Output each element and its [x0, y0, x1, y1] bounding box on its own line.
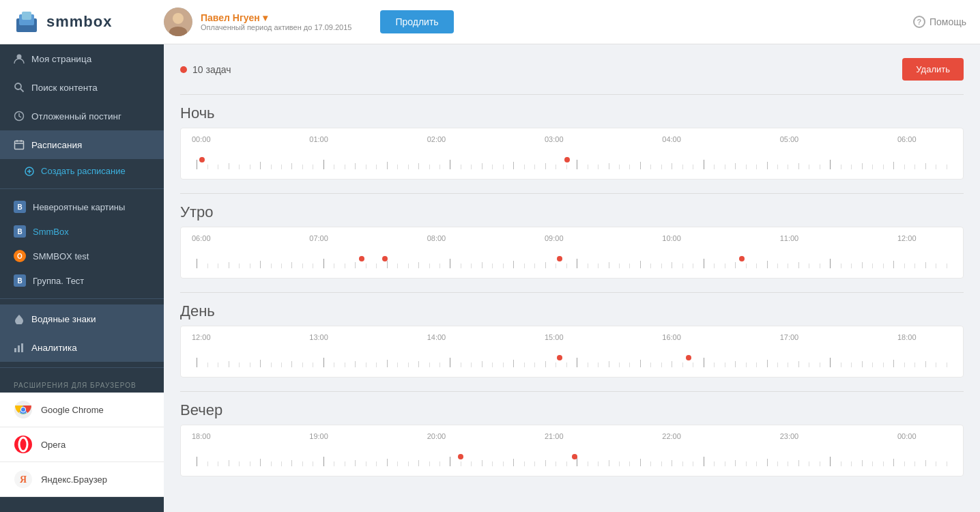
svg-point-7 [15, 83, 21, 89]
svg-line-8 [20, 89, 24, 92]
time-label: 02:00 [427, 135, 482, 143]
time-labels-day: 12:00 13:00 14:00 15:00 16:00 17:00 18:0… [192, 333, 952, 341]
sidebar-label-analytics: Аналитика [31, 343, 77, 353]
svg-text:Я: Я [20, 474, 27, 485]
section-night: Ночь 00:00 01:00 02:00 03:00 04:00 05:00… [180, 94, 964, 180]
time-label: 22:00 [662, 432, 717, 440]
time-label: 06:00 [192, 234, 246, 242]
time-label: 09:00 [545, 234, 599, 242]
event-dot [557, 256, 562, 261]
time-label: 14:00 [427, 333, 482, 341]
group-label-neverojatnye: Невероятные картины [33, 202, 125, 212]
sidebar-label-schedules: Расписания [31, 140, 82, 150]
sidebar-label-search-content: Поиск контента [31, 83, 98, 93]
browser-section-label: РАСШИРЕНИЯ ДЛЯ БРАУЗЕРОВ [0, 373, 164, 393]
badge-dot [180, 66, 187, 73]
sidebar-item-group-smmbox[interactable]: В SmmBox [0, 219, 164, 244]
sidebar-item-group-gruppa-test[interactable]: В Группа. Тест [0, 268, 164, 293]
yandex-icon: Я [14, 470, 33, 489]
sidebar-item-delayed-posting[interactable]: Отложенный постинг [0, 102, 164, 130]
header: smmbox Павел Нгуен Оплаченный период акт… [0, 0, 980, 44]
browser-ext-yandex[interactable]: Я Яндекс.Браузер [0, 462, 164, 497]
chrome-label: Google Chrome [41, 405, 104, 415]
event-dot [564, 157, 570, 162]
calendar-icon [14, 139, 25, 150]
layout: Моя страница Поиск контента Отложенный п… [0, 44, 980, 512]
sidebar-label-watermarks: Водяные знаки [31, 314, 96, 324]
time-label: 12:00 [897, 234, 952, 242]
sidebar-divider-2 [0, 298, 164, 299]
time-label: 11:00 [780, 234, 835, 242]
prolong-button[interactable]: Продлить [380, 10, 453, 33]
time-label: 19:00 [309, 432, 364, 440]
section-title-morning: Утро [180, 203, 964, 221]
sidebar: Моя страница Поиск контента Отложенный п… [0, 44, 164, 512]
sidebar-item-my-page[interactable]: Моя страница [0, 44, 164, 73]
sidebar-item-group-neverojatnye[interactable]: В Невероятные картины [0, 195, 164, 219]
timeline-evening: 18:00 19:00 20:00 21:00 22:00 23:00 00:0… [180, 425, 964, 477]
svg-point-25 [19, 438, 27, 451]
event-dot [458, 454, 463, 459]
browser-ext-opera[interactable]: Opera [0, 427, 164, 462]
avatar [164, 8, 192, 36]
time-label: 21:00 [545, 432, 599, 440]
help-button[interactable]: ? Помощь [913, 16, 966, 28]
clock-icon [14, 111, 25, 122]
sidebar-label-delayed-posting: Отложенный постинг [31, 111, 121, 122]
separator-night [180, 94, 964, 95]
time-labels-evening: 18:00 19:00 20:00 21:00 22:00 23:00 00:0… [192, 432, 952, 440]
separator-morning [180, 193, 964, 194]
sidebar-item-schedules[interactable]: Расписания [0, 130, 164, 159]
sidebar-item-analytics[interactable]: Аналитика [0, 333, 164, 362]
delete-button[interactable]: Удалить [902, 58, 964, 81]
track-day [192, 345, 952, 367]
sidebar-item-search-content[interactable]: Поиск контента [0, 73, 164, 102]
user-icon [14, 53, 25, 64]
event-dot [572, 454, 577, 459]
time-label: 23:00 [780, 432, 835, 440]
sidebar-label-my-page: Моя страница [31, 54, 91, 64]
main-content: 10 задач Удалить Ночь 00:00 01:00 02:00 … [164, 44, 980, 512]
section-day: День 12:00 13:00 14:00 15:00 16:00 17:00… [180, 292, 964, 378]
section-title-evening: Вечер [180, 401, 964, 419]
sidebar-item-create-schedule[interactable]: Создать расписание [0, 159, 164, 183]
sidebar-item-group-smmbox-test[interactable]: О SMMBOX test [0, 244, 164, 268]
group-label-smmbox-test: SMMBOX test [33, 251, 89, 261]
opera-icon [14, 435, 33, 454]
water-icon [14, 313, 25, 324]
section-evening: Вечер 18:00 19:00 20:00 21:00 22:00 23:0… [180, 391, 964, 477]
ticks-night [192, 156, 952, 169]
event-dot [359, 256, 364, 261]
time-label: 15:00 [545, 333, 599, 341]
separator-day [180, 292, 964, 293]
logo-text: smmbox [46, 13, 112, 31]
user-name[interactable]: Павел Нгуен [201, 12, 351, 23]
svg-point-4 [173, 13, 184, 24]
event-dot [557, 355, 562, 360]
vk-icon-gruppa: В [14, 274, 26, 287]
svg-point-23 [21, 408, 25, 412]
event-dot [382, 256, 388, 261]
time-label: 20:00 [427, 432, 482, 440]
time-label: 07:00 [309, 234, 364, 242]
time-label: 18:00 [897, 333, 952, 341]
schedule-header: 10 задач Удалить [180, 58, 964, 81]
time-labels-night: 00:00 01:00 02:00 03:00 04:00 05:00 06:0… [192, 135, 952, 143]
chart-icon [14, 342, 25, 353]
sidebar-label-create-schedule: Создать расписание [41, 166, 126, 176]
sidebar-divider-1 [0, 188, 164, 189]
ticks-day [192, 354, 952, 367]
time-label: 17:00 [780, 333, 835, 341]
vk-icon-smmbox: В [14, 225, 26, 238]
opera-label: Opera [41, 440, 66, 450]
plus-circle-icon [25, 167, 34, 176]
browser-ext-chrome[interactable]: Google Chrome [0, 393, 164, 427]
section-title-night: Ночь [180, 104, 964, 122]
sidebar-item-watermarks[interactable]: Водяные знаки [0, 304, 164, 333]
separator-evening [180, 391, 964, 392]
time-label: 05:00 [780, 135, 835, 143]
svg-rect-10 [15, 141, 24, 150]
time-label: 13:00 [309, 333, 364, 341]
time-label: 00:00 [897, 432, 952, 440]
section-morning: Утро 06:00 07:00 08:00 09:00 10:00 11:00… [180, 193, 964, 279]
